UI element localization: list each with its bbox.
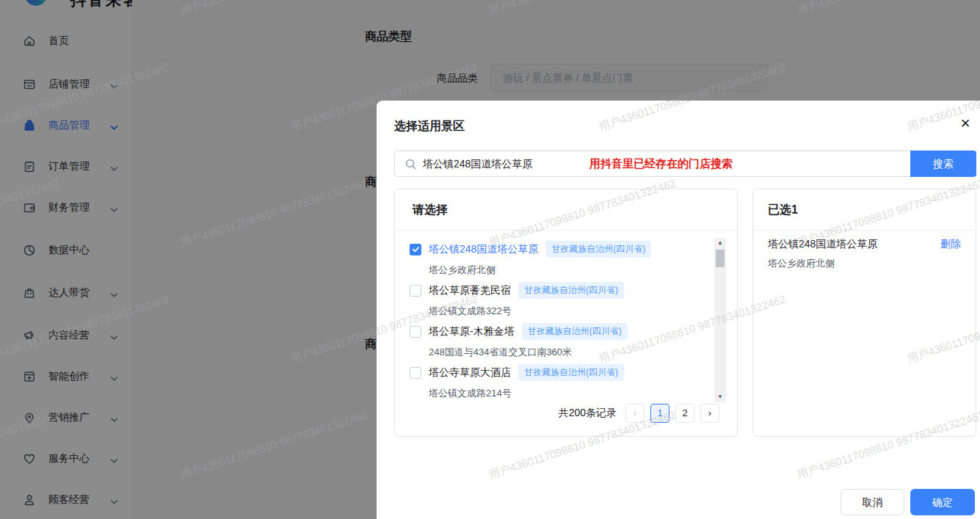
poi-subtitle: 塔公镇文成路214号 — [429, 387, 711, 400]
search-annotation-note: 用抖音里已经存在的门店搜索 — [589, 157, 733, 171]
pagination-page-2[interactable]: 2 — [675, 404, 694, 423]
pagination-prev-icon[interactable]: ‹ — [625, 404, 645, 423]
selected-panel-header: 已选1 — [753, 189, 976, 231]
selected-item-title: 塔公镇248国道塔公草原 — [768, 238, 877, 251]
scrollbar[interactable]: ▲ ▼ — [714, 238, 726, 402]
scroll-down-icon[interactable]: ▼ — [714, 392, 726, 402]
list-item[interactable]: 塔公镇248国道塔公草原 甘孜藏族自治州(四川省) 塔公乡政府北侧 — [395, 241, 711, 279]
region-tag: 甘孜藏族自治州(四川省) — [518, 282, 624, 299]
candidate-panel: 请选择 塔公镇248国道塔公草原 甘孜藏族自治州(四川省) 塔公乡政府北侧 塔公… — [394, 189, 738, 437]
pagination-total: 共200条记录 — [559, 407, 617, 420]
search-button[interactable]: 搜索 — [910, 150, 976, 177]
select-scenic-area-modal: 选择适用景区 ✕ 塔公镇248国道塔公草原 用抖音里已经存在的门店搜索 搜索 请… — [377, 101, 980, 519]
scroll-up-icon[interactable]: ▲ — [714, 238, 726, 248]
cancel-button[interactable]: 取消 — [841, 489, 904, 515]
search-input-value: 塔公镇248国道塔公草原 — [423, 151, 532, 176]
checkbox-icon[interactable] — [410, 326, 421, 338]
candidate-panel-header: 请选择 — [395, 189, 737, 231]
poi-title: 塔公镇248国道塔公草原 — [429, 243, 538, 256]
region-tag: 甘孜藏族自治州(四川省) — [522, 323, 628, 340]
poi-subtitle: 248国道与434省道交叉口南360米 — [429, 346, 711, 359]
confirm-button[interactable]: 确定 — [910, 489, 975, 515]
scrollbar-thumb[interactable] — [716, 250, 725, 267]
selected-panel: 已选1 塔公镇248国道塔公草原 删除 塔公乡政府北侧 — [752, 189, 976, 437]
poi-title: 塔公寺草原大酒店 — [429, 366, 511, 380]
close-icon[interactable]: ✕ — [958, 117, 973, 131]
selected-item-subtitle: 塔公乡政府北侧 — [768, 257, 835, 270]
pagination: 共200条记录 ‹ 1 2 › — [559, 404, 719, 423]
poi-subtitle: 塔公镇文成路322号 — [429, 305, 711, 318]
region-tag: 甘孜藏族自治州(四川省) — [518, 364, 624, 381]
search-input[interactable]: 塔公镇248国道塔公草原 用抖音里已经存在的门店搜索 — [394, 150, 910, 177]
search-icon — [404, 158, 417, 173]
delete-link[interactable]: 删除 — [940, 238, 961, 251]
pagination-next-icon[interactable]: › — [700, 404, 719, 423]
poi-subtitle: 塔公乡政府北侧 — [429, 264, 711, 277]
pagination-page-1[interactable]: 1 — [650, 404, 669, 423]
poi-title: 塔公草原蓍羌民宿 — [429, 284, 511, 297]
modal-title: 选择适用景区 — [394, 119, 465, 134]
list-item[interactable]: 塔公草原蓍羌民宿 甘孜藏族自治州(四川省) 塔公镇文成路322号 — [395, 282, 711, 320]
checkbox-icon[interactable] — [410, 285, 421, 297]
list-item[interactable]: 塔公寺草原大酒店 甘孜藏族自治州(四川省) 塔公镇文成路214号 — [395, 364, 711, 402]
checkbox-checked-icon[interactable] — [410, 244, 421, 255]
list-item[interactable]: 塔公草原-木雅金塔 甘孜藏族自治州(四川省) 248国道与434省道交叉口南36… — [395, 323, 711, 361]
poi-title: 塔公草原-木雅金塔 — [429, 325, 515, 338]
checkbox-icon[interactable] — [410, 367, 421, 379]
region-tag: 甘孜藏族自治州(四川省) — [545, 241, 651, 258]
